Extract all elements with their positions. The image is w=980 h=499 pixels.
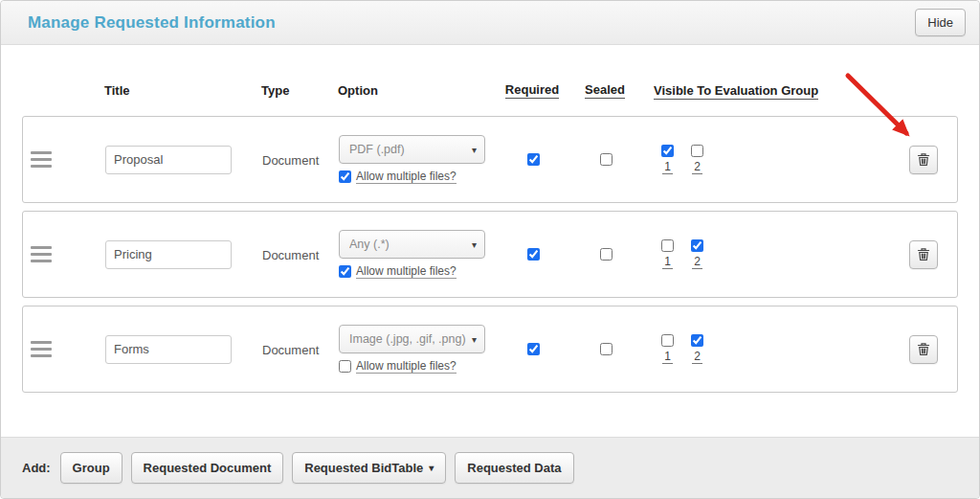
option-select-value: Any (.*) (349, 238, 390, 251)
trash-icon (917, 152, 930, 167)
sealed-checkbox[interactable] (600, 153, 612, 166)
allow-multiple-files: Allow multiple files? (339, 264, 457, 279)
group-1-label[interactable]: 1 (662, 160, 673, 174)
title-input[interactable] (105, 146, 232, 174)
option-select[interactable]: PDF (.pdf) ▾ (339, 135, 485, 164)
add-group-button[interactable]: Group (60, 452, 122, 484)
group-2-label[interactable]: 2 (692, 255, 702, 269)
trash-icon (917, 247, 930, 261)
group-1-label[interactable]: 1 (662, 350, 673, 364)
title-input[interactable] (105, 335, 232, 364)
column-title: Title (104, 83, 130, 98)
panel-body: Title Type Option Required Sealed Visibl… (1, 45, 979, 437)
caret-down-icon: ▾ (472, 145, 477, 155)
caret-down-icon: ▾ (472, 239, 477, 250)
title-input[interactable] (105, 240, 232, 269)
group-1-checkbox[interactable] (661, 334, 674, 347)
type-label: Document (262, 153, 319, 168)
caret-down-icon: ▾ (429, 463, 434, 473)
allow-multiple-files: Allow multiple files? (339, 170, 457, 184)
allow-multiple-label[interactable]: Allow multiple files? (356, 264, 457, 279)
allow-multiple-checkbox[interactable] (339, 265, 351, 278)
add-requested-data-button[interactable]: Requested Data (455, 452, 573, 484)
add-requested-bidtable-button[interactable]: Requested BidTable ▾ (292, 452, 446, 484)
evaluation-group-1: 1 (655, 334, 680, 364)
option-select[interactable]: Any (.*) ▾ (339, 230, 485, 259)
group-1-checkbox[interactable] (661, 145, 674, 157)
allow-multiple-checkbox[interactable] (339, 360, 351, 373)
caret-down-icon: ▾ (472, 334, 477, 345)
option-select-value: PDF (.pdf) (349, 143, 405, 156)
allow-multiple-label[interactable]: Allow multiple files? (356, 359, 457, 374)
hide-button[interactable]: Hide (915, 9, 966, 36)
required-checkbox[interactable] (527, 153, 540, 166)
drag-handle-icon[interactable] (31, 341, 52, 357)
group-2-checkbox[interactable] (691, 145, 703, 157)
group-2-label[interactable]: 2 (692, 350, 702, 364)
group-1-label[interactable]: 1 (662, 255, 673, 269)
group-2-label[interactable]: 2 (692, 160, 702, 174)
group-2-checkbox[interactable] (691, 239, 703, 252)
allow-multiple-files: Allow multiple files? (339, 359, 457, 374)
column-sealed: Sealed (585, 82, 625, 99)
requested-item-row: Document PDF (.pdf) ▾ Allow multiple fil… (22, 116, 958, 203)
sealed-checkbox[interactable] (600, 343, 612, 355)
delete-button[interactable] (909, 240, 938, 269)
column-required: Required (505, 82, 559, 99)
requested-item-row: Document Image (.jpg, .gif, .png) ▾ Allo… (22, 306, 958, 393)
delete-button[interactable] (909, 335, 938, 364)
option-select-value: Image (.jpg, .gif, .png) (349, 332, 466, 346)
allow-multiple-checkbox[interactable] (339, 170, 351, 183)
trash-icon (917, 342, 930, 356)
evaluation-group-1: 1 (655, 239, 680, 269)
panel-header: Manage Requested Information Hide (1, 1, 979, 45)
delete-button[interactable] (909, 146, 938, 174)
page-title: Manage Requested Information (28, 13, 915, 33)
column-type: Type (261, 83, 289, 98)
column-visible-to-evaluation-group: Visible To Evaluation Group (654, 83, 818, 100)
drag-handle-icon[interactable] (31, 246, 52, 262)
column-headers: Title Type Option Required Sealed Visibl… (22, 81, 958, 99)
required-checkbox[interactable] (527, 343, 540, 355)
manage-requested-information-panel: Manage Requested Information Hide Title … (0, 0, 980, 499)
add-requested-document-button[interactable]: Requested Document (131, 452, 284, 484)
type-label: Document (262, 248, 319, 262)
sealed-checkbox[interactable] (600, 248, 612, 261)
evaluation-group-2: 2 (684, 334, 710, 364)
allow-multiple-label[interactable]: Allow multiple files? (356, 170, 457, 184)
group-2-checkbox[interactable] (691, 334, 703, 347)
option-select[interactable]: Image (.jpg, .gif, .png) ▾ (339, 325, 485, 353)
drag-handle-icon[interactable] (31, 151, 52, 168)
requested-item-row: Document Any (.*) ▾ Allow multiple files… (22, 211, 958, 298)
required-checkbox[interactable] (527, 248, 540, 261)
panel-footer: Add: Group Requested Document Requested … (1, 437, 979, 498)
evaluation-group-2: 2 (684, 239, 710, 269)
evaluation-group-2: 2 (684, 145, 710, 174)
type-label: Document (262, 343, 319, 357)
add-requested-bidtable-label: Requested BidTable (304, 461, 423, 475)
add-label: Add: (22, 461, 51, 475)
group-1-checkbox[interactable] (661, 239, 674, 252)
column-option: Option (338, 83, 378, 98)
evaluation-group-1: 1 (655, 145, 680, 174)
